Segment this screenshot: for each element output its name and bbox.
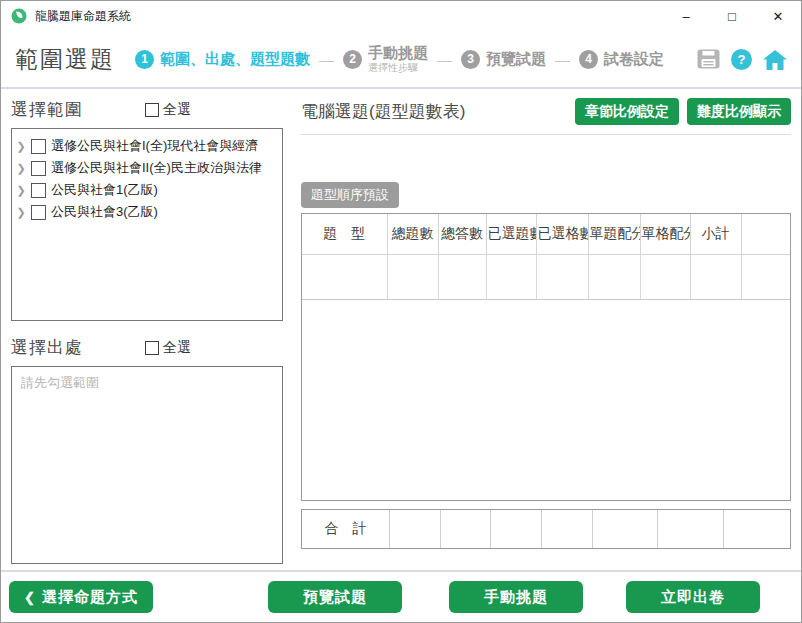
computer-select-title: 電腦選題(題型題數表) xyxy=(301,100,465,123)
expand-chevron-icon[interactable]: ❯ xyxy=(16,140,26,153)
source-placeholder: 請先勾選範圍 xyxy=(21,374,273,392)
step-separator xyxy=(555,51,570,68)
source-section: 選擇出處 全選 請先勾選範圍 xyxy=(11,336,283,564)
range-select-all-checkbox[interactable] xyxy=(145,103,159,117)
total-label-cell: 合 計 xyxy=(302,510,390,548)
app-logo-icon xyxy=(11,8,27,24)
col-question-type: 題 型 xyxy=(302,214,387,255)
book-3-checkbox[interactable] xyxy=(31,183,46,198)
total-cell xyxy=(491,510,542,548)
step-2-manual-pick[interactable]: 2 手動挑題選擇性步驟 xyxy=(343,45,428,73)
total-cell xyxy=(441,510,491,548)
tree-item-book-1[interactable]: ❯ 選修公民與社會I(全)現代社會與經濟 xyxy=(16,135,278,157)
book-4-checkbox[interactable] xyxy=(31,205,46,220)
step-2-label: 手動挑題選擇性步驟 xyxy=(368,45,428,73)
step-3-preview[interactable]: 3 預覽試題 xyxy=(461,50,546,69)
source-select-all-checkbox[interactable] xyxy=(145,341,159,355)
col-selected-questions: 已選題數 xyxy=(486,214,536,255)
col-total-questions: 總題數 xyxy=(387,214,438,255)
range-select-all-label: 全選 xyxy=(163,101,191,119)
range-section-head: 選擇範圍 全選 xyxy=(11,98,283,121)
divider xyxy=(1,570,802,572)
question-order-preset-button[interactable]: 題型順序預設 xyxy=(301,182,399,208)
range-tree: ❯ 選修公民與社會I(全)現代社會與經濟 ❯ 選修公民與社會II(全)民主政治與… xyxy=(11,128,283,321)
tree-item-book-3[interactable]: ❯ 公民與社會1(乙版) xyxy=(16,179,278,201)
expand-chevron-icon[interactable]: ❯ xyxy=(16,206,26,219)
window-controls: – □ ✕ xyxy=(663,1,801,31)
left-panel: 選擇範圍 全選 ❯ 選修公民與社會I(全)現代社會與經濟 ❯ 選修公民與社會II… xyxy=(11,98,283,564)
step-separator xyxy=(437,51,452,68)
total-cell xyxy=(724,510,790,548)
maximize-icon[interactable]: □ xyxy=(709,1,755,31)
source-section-title: 選擇出處 xyxy=(11,336,83,359)
col-selected-blanks: 已選格數 xyxy=(536,214,588,255)
close-icon[interactable]: ✕ xyxy=(755,1,801,31)
tree-item-book-4[interactable]: ❯ 公民與社會3(乙版) xyxy=(16,201,278,223)
book-2-label: 選修公民與社會II(全)民主政治與法律 xyxy=(51,159,262,177)
page-title: 範圍選題 xyxy=(15,44,115,75)
source-select-all-label: 全選 xyxy=(163,339,191,357)
back-to-method-button[interactable]: ❮ 選擇命題方式 xyxy=(9,581,153,613)
col-subtotal: 小計 xyxy=(690,214,741,255)
total-cell xyxy=(658,510,724,548)
tree-item-book-2[interactable]: ❯ 選修公民與社會II(全)民主政治與法律 xyxy=(16,157,278,179)
range-section-title: 選擇範圍 xyxy=(11,98,83,121)
book-1-checkbox[interactable] xyxy=(31,139,46,154)
app-window: 龍騰題庫命題系統 – □ ✕ 範圍選題 1 範圍、出處、題型題數 2 手動挑題選… xyxy=(0,0,802,623)
titlebar: 龍騰題庫命題系統 – □ ✕ xyxy=(1,1,801,31)
book-3-label: 公民與社會1(乙版) xyxy=(51,181,158,199)
total-row: 合 計 xyxy=(301,509,791,549)
preview-questions-button[interactable]: 預覽試題 xyxy=(268,581,402,613)
step-1-label: 範圍、出處、題型題數 xyxy=(160,51,310,68)
computer-select-head: 電腦選題(題型題數表) 章節比例設定 難度比例顯示 xyxy=(301,98,791,125)
step-2-badge: 2 xyxy=(343,50,362,69)
step-4-badge: 4 xyxy=(579,50,598,69)
step-4-label: 試卷設定 xyxy=(604,51,664,68)
header-toolbar: ? xyxy=(697,49,787,70)
book-2-checkbox[interactable] xyxy=(31,161,46,176)
home-icon[interactable] xyxy=(763,49,787,70)
source-list-box: 請先勾選範圍 xyxy=(11,366,283,564)
chapter-ratio-button[interactable]: 章節比例設定 xyxy=(575,98,679,125)
step-1-badge: 1 xyxy=(135,50,154,69)
source-section-head: 選擇出處 全選 xyxy=(11,336,283,359)
header: 範圍選題 1 範圍、出處、題型題數 2 手動挑題選擇性步驟 3 預覽試題 4 試… xyxy=(1,31,801,89)
total-cell xyxy=(542,510,593,548)
step-3-badge: 3 xyxy=(461,50,480,69)
manual-pick-button[interactable]: 手動挑題 xyxy=(449,581,583,613)
table-header-row: 題 型 總題數 總答數 已選題數 已選格數 單題配分 單格配分 小計 xyxy=(302,214,790,255)
save-icon[interactable] xyxy=(697,49,720,69)
total-cell xyxy=(593,510,658,548)
step-1-range[interactable]: 1 範圍、出處、題型題數 xyxy=(135,50,310,69)
help-icon[interactable]: ? xyxy=(731,49,752,70)
col-total-answers: 總答數 xyxy=(438,214,486,255)
back-chevron-icon: ❮ xyxy=(24,590,36,605)
window-title: 龍騰題庫命題系統 xyxy=(35,8,131,25)
table-empty-row xyxy=(302,254,790,299)
step-separator xyxy=(319,51,334,68)
wizard-steps: 1 範圍、出處、題型題數 2 手動挑題選擇性步驟 3 預覽試題 4 試卷設定 xyxy=(135,45,664,73)
question-type-table: 題 型 總題數 總答數 已選題數 已選格數 單題配分 單格配分 小計 xyxy=(301,213,791,501)
book-4-label: 公民與社會3(乙版) xyxy=(51,203,158,221)
col-points-per-question: 單題配分 xyxy=(588,214,640,255)
back-button-label: 選擇命題方式 xyxy=(42,588,138,607)
expand-chevron-icon[interactable]: ❯ xyxy=(16,184,26,197)
right-panel: 電腦選題(題型題數表) 章節比例設定 難度比例顯示 題型順序預設 題 型 總題數… xyxy=(301,98,791,549)
divider xyxy=(301,134,791,135)
book-1-label: 選修公民與社會I(全)現代社會與經濟 xyxy=(51,137,258,155)
minimize-icon[interactable]: – xyxy=(663,1,709,31)
range-select-all[interactable]: 全選 xyxy=(145,101,191,119)
difficulty-ratio-button[interactable]: 難度比例顯示 xyxy=(687,98,791,125)
expand-chevron-icon[interactable]: ❯ xyxy=(16,162,26,175)
col-points-per-blank: 單格配分 xyxy=(640,214,690,255)
total-cell xyxy=(390,510,441,548)
generate-paper-button[interactable]: 立即出卷 xyxy=(626,581,760,613)
source-select-all[interactable]: 全選 xyxy=(145,339,191,357)
col-extra xyxy=(741,214,790,255)
step-3-label: 預覽試題 xyxy=(486,51,546,68)
step-4-paper-settings[interactable]: 4 試卷設定 xyxy=(579,50,664,69)
step-2-sublabel: 選擇性步驟 xyxy=(368,62,428,73)
